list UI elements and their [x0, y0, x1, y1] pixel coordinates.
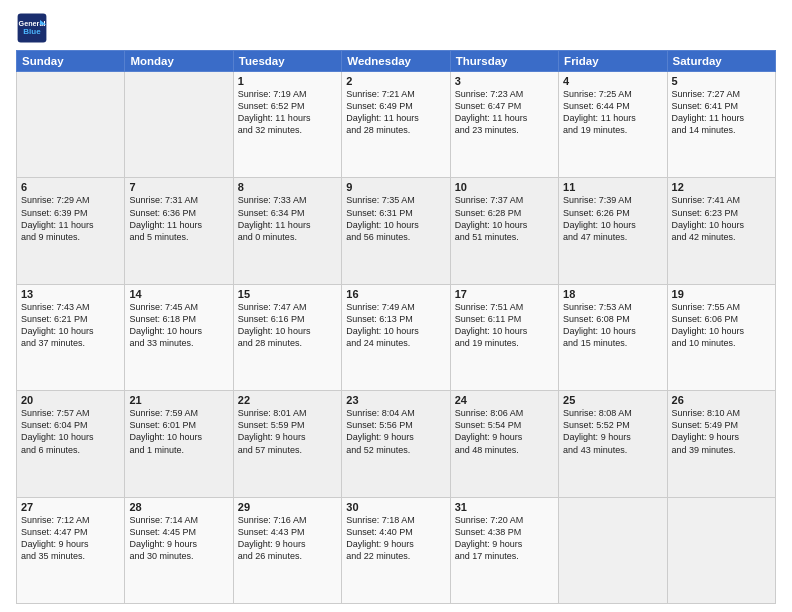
calendar-cell: 13Sunrise: 7:43 AM Sunset: 6:21 PM Dayli… [17, 284, 125, 390]
col-header-wednesday: Wednesday [342, 51, 450, 72]
day-number: 3 [455, 75, 554, 87]
day-info: Sunrise: 8:08 AM Sunset: 5:52 PM Dayligh… [563, 407, 662, 456]
calendar-cell: 26Sunrise: 8:10 AM Sunset: 5:49 PM Dayli… [667, 391, 775, 497]
day-info: Sunrise: 7:29 AM Sunset: 6:39 PM Dayligh… [21, 194, 120, 243]
svg-text:Blue: Blue [23, 27, 41, 36]
day-info: Sunrise: 7:16 AM Sunset: 4:43 PM Dayligh… [238, 514, 337, 563]
day-number: 24 [455, 394, 554, 406]
day-number: 31 [455, 501, 554, 513]
day-number: 2 [346, 75, 445, 87]
day-number: 17 [455, 288, 554, 300]
calendar-table: SundayMondayTuesdayWednesdayThursdayFrid… [16, 50, 776, 604]
header-row: SundayMondayTuesdayWednesdayThursdayFrid… [17, 51, 776, 72]
calendar-cell: 14Sunrise: 7:45 AM Sunset: 6:18 PM Dayli… [125, 284, 233, 390]
day-number: 1 [238, 75, 337, 87]
header: General Blue [16, 12, 776, 44]
calendar-cell [559, 497, 667, 603]
day-info: Sunrise: 8:04 AM Sunset: 5:56 PM Dayligh… [346, 407, 445, 456]
calendar-cell: 31Sunrise: 7:20 AM Sunset: 4:38 PM Dayli… [450, 497, 558, 603]
calendar-cell: 3Sunrise: 7:23 AM Sunset: 6:47 PM Daylig… [450, 72, 558, 178]
day-info: Sunrise: 7:57 AM Sunset: 6:04 PM Dayligh… [21, 407, 120, 456]
page: General Blue SundayMondayTuesdayWednesda… [0, 0, 792, 612]
day-number: 26 [672, 394, 771, 406]
calendar-cell: 2Sunrise: 7:21 AM Sunset: 6:49 PM Daylig… [342, 72, 450, 178]
day-number: 16 [346, 288, 445, 300]
day-number: 28 [129, 501, 228, 513]
day-info: Sunrise: 7:20 AM Sunset: 4:38 PM Dayligh… [455, 514, 554, 563]
day-info: Sunrise: 7:35 AM Sunset: 6:31 PM Dayligh… [346, 194, 445, 243]
day-number: 18 [563, 288, 662, 300]
week-row-2: 6Sunrise: 7:29 AM Sunset: 6:39 PM Daylig… [17, 178, 776, 284]
day-number: 25 [563, 394, 662, 406]
day-info: Sunrise: 7:41 AM Sunset: 6:23 PM Dayligh… [672, 194, 771, 243]
day-info: Sunrise: 7:33 AM Sunset: 6:34 PM Dayligh… [238, 194, 337, 243]
calendar-cell: 8Sunrise: 7:33 AM Sunset: 6:34 PM Daylig… [233, 178, 341, 284]
calendar-cell: 10Sunrise: 7:37 AM Sunset: 6:28 PM Dayli… [450, 178, 558, 284]
day-number: 19 [672, 288, 771, 300]
calendar-cell: 6Sunrise: 7:29 AM Sunset: 6:39 PM Daylig… [17, 178, 125, 284]
day-info: Sunrise: 7:45 AM Sunset: 6:18 PM Dayligh… [129, 301, 228, 350]
col-header-thursday: Thursday [450, 51, 558, 72]
day-info: Sunrise: 7:43 AM Sunset: 6:21 PM Dayligh… [21, 301, 120, 350]
col-header-monday: Monday [125, 51, 233, 72]
day-info: Sunrise: 8:10 AM Sunset: 5:49 PM Dayligh… [672, 407, 771, 456]
col-header-friday: Friday [559, 51, 667, 72]
col-header-saturday: Saturday [667, 51, 775, 72]
week-row-4: 20Sunrise: 7:57 AM Sunset: 6:04 PM Dayli… [17, 391, 776, 497]
day-info: Sunrise: 7:18 AM Sunset: 4:40 PM Dayligh… [346, 514, 445, 563]
day-info: Sunrise: 7:59 AM Sunset: 6:01 PM Dayligh… [129, 407, 228, 456]
calendar-cell: 23Sunrise: 8:04 AM Sunset: 5:56 PM Dayli… [342, 391, 450, 497]
week-row-1: 1Sunrise: 7:19 AM Sunset: 6:52 PM Daylig… [17, 72, 776, 178]
day-info: Sunrise: 7:37 AM Sunset: 6:28 PM Dayligh… [455, 194, 554, 243]
calendar-cell: 5Sunrise: 7:27 AM Sunset: 6:41 PM Daylig… [667, 72, 775, 178]
calendar-cell [667, 497, 775, 603]
calendar-cell: 11Sunrise: 7:39 AM Sunset: 6:26 PM Dayli… [559, 178, 667, 284]
day-number: 14 [129, 288, 228, 300]
day-info: Sunrise: 7:21 AM Sunset: 6:49 PM Dayligh… [346, 88, 445, 137]
week-row-3: 13Sunrise: 7:43 AM Sunset: 6:21 PM Dayli… [17, 284, 776, 390]
day-number: 7 [129, 181, 228, 193]
day-info: Sunrise: 7:19 AM Sunset: 6:52 PM Dayligh… [238, 88, 337, 137]
day-number: 5 [672, 75, 771, 87]
calendar-cell [125, 72, 233, 178]
day-number: 21 [129, 394, 228, 406]
logo: General Blue [16, 12, 52, 44]
day-number: 6 [21, 181, 120, 193]
day-number: 12 [672, 181, 771, 193]
day-info: Sunrise: 7:27 AM Sunset: 6:41 PM Dayligh… [672, 88, 771, 137]
calendar-cell: 20Sunrise: 7:57 AM Sunset: 6:04 PM Dayli… [17, 391, 125, 497]
calendar-cell: 16Sunrise: 7:49 AM Sunset: 6:13 PM Dayli… [342, 284, 450, 390]
calendar-cell: 25Sunrise: 8:08 AM Sunset: 5:52 PM Dayli… [559, 391, 667, 497]
calendar-cell: 22Sunrise: 8:01 AM Sunset: 5:59 PM Dayli… [233, 391, 341, 497]
day-number: 4 [563, 75, 662, 87]
calendar-cell [17, 72, 125, 178]
day-info: Sunrise: 8:06 AM Sunset: 5:54 PM Dayligh… [455, 407, 554, 456]
day-number: 15 [238, 288, 337, 300]
calendar-cell: 27Sunrise: 7:12 AM Sunset: 4:47 PM Dayli… [17, 497, 125, 603]
day-info: Sunrise: 7:25 AM Sunset: 6:44 PM Dayligh… [563, 88, 662, 137]
day-number: 20 [21, 394, 120, 406]
col-header-tuesday: Tuesday [233, 51, 341, 72]
day-number: 27 [21, 501, 120, 513]
day-number: 23 [346, 394, 445, 406]
day-info: Sunrise: 7:23 AM Sunset: 6:47 PM Dayligh… [455, 88, 554, 137]
col-header-sunday: Sunday [17, 51, 125, 72]
calendar-cell: 24Sunrise: 8:06 AM Sunset: 5:54 PM Dayli… [450, 391, 558, 497]
calendar-cell: 29Sunrise: 7:16 AM Sunset: 4:43 PM Dayli… [233, 497, 341, 603]
calendar-cell: 9Sunrise: 7:35 AM Sunset: 6:31 PM Daylig… [342, 178, 450, 284]
calendar-cell: 12Sunrise: 7:41 AM Sunset: 6:23 PM Dayli… [667, 178, 775, 284]
day-info: Sunrise: 7:31 AM Sunset: 6:36 PM Dayligh… [129, 194, 228, 243]
calendar-cell: 21Sunrise: 7:59 AM Sunset: 6:01 PM Dayli… [125, 391, 233, 497]
day-number: 10 [455, 181, 554, 193]
day-info: Sunrise: 7:53 AM Sunset: 6:08 PM Dayligh… [563, 301, 662, 350]
day-number: 13 [21, 288, 120, 300]
calendar-cell: 28Sunrise: 7:14 AM Sunset: 4:45 PM Dayli… [125, 497, 233, 603]
logo-icon: General Blue [16, 12, 48, 44]
day-info: Sunrise: 7:55 AM Sunset: 6:06 PM Dayligh… [672, 301, 771, 350]
day-info: Sunrise: 7:49 AM Sunset: 6:13 PM Dayligh… [346, 301, 445, 350]
calendar-cell: 7Sunrise: 7:31 AM Sunset: 6:36 PM Daylig… [125, 178, 233, 284]
calendar-cell: 18Sunrise: 7:53 AM Sunset: 6:08 PM Dayli… [559, 284, 667, 390]
day-info: Sunrise: 8:01 AM Sunset: 5:59 PM Dayligh… [238, 407, 337, 456]
calendar-cell: 4Sunrise: 7:25 AM Sunset: 6:44 PM Daylig… [559, 72, 667, 178]
day-number: 11 [563, 181, 662, 193]
